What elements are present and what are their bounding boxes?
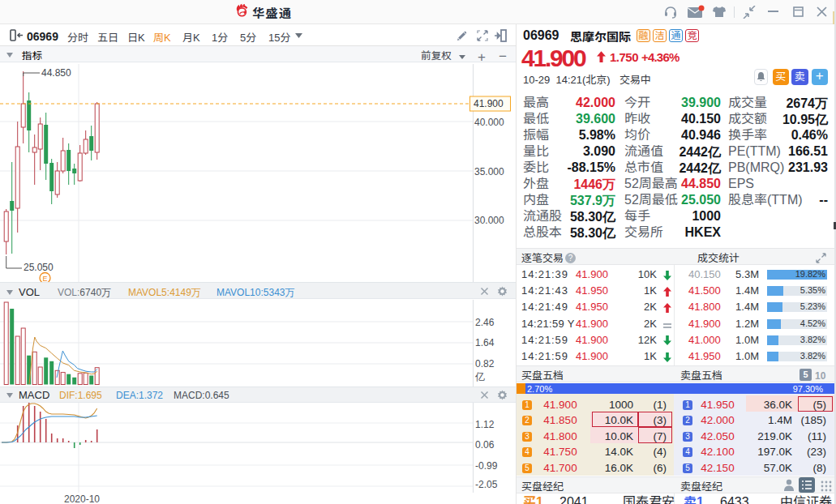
svg-text:1.12: 1.12 [475,419,495,430]
svg-text:-2.05: -2.05 [475,479,498,490]
svg-text:30.000: 30.000 [474,215,504,226]
svg-text:亿: 亿 [474,371,485,382]
svg-text:40.000: 40.000 [474,117,504,128]
svg-text:25.050: 25.050 [24,262,54,273]
svg-text:0.06: 0.06 [475,439,495,451]
svg-text:-0.99: -0.99 [475,460,498,472]
svg-text:0.82: 0.82 [475,358,495,369]
svg-text:35.000: 35.000 [474,166,504,177]
svg-text:44.850: 44.850 [41,67,71,79]
svg-text:41.900: 41.900 [474,98,504,109]
svg-text:2.46: 2.46 [475,317,495,328]
svg-text:1.64: 1.64 [475,337,495,348]
